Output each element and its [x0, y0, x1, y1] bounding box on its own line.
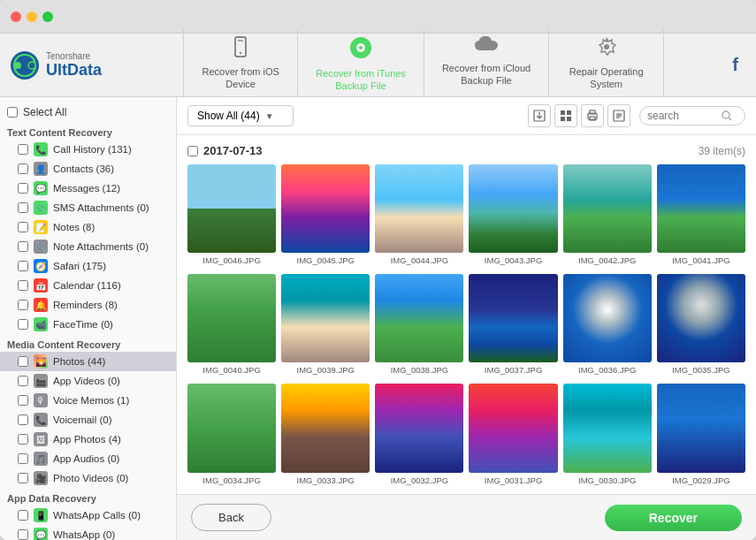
checkbox-app-videos[interactable] [18, 376, 28, 386]
checkbox-notes[interactable] [18, 222, 28, 232]
checkbox-safari[interactable] [18, 261, 28, 271]
photo-label: IMG_0033.JPG [297, 475, 355, 485]
photo-cell[interactable]: IMG_0045.JPG [281, 164, 370, 265]
tab-icloud-label: Recover from iCloudBackup File [442, 62, 531, 87]
checkbox-call-history[interactable] [18, 144, 28, 155]
sidebar-item-reminders[interactable]: 🔔 Reminders (8) [0, 295, 176, 315]
search-input[interactable] [647, 110, 718, 122]
tab-itunes[interactable]: Recover from iTunesBackup File [298, 29, 424, 102]
photo-cell[interactable]: IMG_0042.JPG [563, 164, 652, 265]
tab-ios[interactable]: Recover from iOSDevice [183, 29, 298, 102]
show-all-dropdown[interactable]: Show All (44) ▼ [187, 105, 294, 126]
checkbox-whatsapp[interactable] [18, 529, 28, 540]
photo-cell[interactable]: IMG_0046.JPG [187, 164, 276, 265]
facebook-icon[interactable]: f [732, 55, 747, 75]
checkbox-voicemail[interactable] [18, 415, 28, 425]
sidebar-item-note-attachments[interactable]: 📎 Note Attachments (0) [0, 237, 176, 256]
sidebar-item-app-photos[interactable]: 🖼 App Photos (4) [0, 430, 176, 449]
photo-cell[interactable]: IMG_0037.JPG [469, 274, 557, 375]
checkbox-whatsapp-calls[interactable] [18, 510, 28, 521]
photo-thumb [657, 384, 745, 472]
search-box[interactable] [639, 106, 745, 125]
photo-cell[interactable]: IMG_0036.JPG [563, 274, 652, 375]
photo-cell[interactable]: IMG_0039.JPG [281, 274, 370, 375]
photo-cell[interactable]: IMG_0044.JPG [375, 164, 463, 265]
calendar-label: Calendar (116) [53, 280, 121, 291]
view-import-icon[interactable] [528, 104, 551, 127]
tab-icloud[interactable]: Recover from iCloudBackup File [424, 29, 549, 102]
sidebar-item-photo-videos[interactable]: 🎥 Photo Videos (0) [0, 468, 176, 488]
select-all-label: Select All [23, 106, 66, 118]
app-photos-label: App Photos (4) [53, 434, 121, 445]
view-icons [528, 104, 630, 127]
checkbox-facetime[interactable] [18, 319, 28, 330]
date-header: 2017-07-13 39 item(s) [187, 144, 745, 157]
sidebar-item-messages[interactable]: 💬 Messages (12) [0, 179, 176, 198]
checkbox-app-audios[interactable] [18, 453, 28, 464]
photo-cell[interactable]: IMG_0041.JPG [657, 164, 745, 265]
checkbox-sms-attachments[interactable] [18, 202, 28, 213]
view-export-icon[interactable] [607, 104, 630, 127]
photo-cell[interactable]: IMG_0038.JPG [375, 274, 463, 375]
sidebar-item-whatsapp-calls[interactable]: 📱 WhatsApp Calls (0) [0, 506, 176, 525]
photo-label: IMG_0036.JPG [578, 365, 636, 375]
facetime-icon: 📹 [34, 317, 48, 331]
tab-repair[interactable]: Repair OperatingSystem [549, 29, 664, 102]
checkbox-contacts[interactable] [18, 164, 28, 174]
sidebar-item-facetime[interactable]: 📹 FaceTime (0) [0, 315, 176, 334]
note-attachments-icon: 📎 [34, 240, 48, 254]
recover-button[interactable]: Recover [605, 505, 742, 531]
sidebar-item-voicemail[interactable]: 📞 Voicemail (0) [0, 410, 176, 430]
maximize-button[interactable] [42, 11, 53, 22]
checkbox-voice-memos[interactable] [18, 395, 28, 406]
logo-area: Tenorshare UltData [9, 49, 115, 81]
photo-cell[interactable]: IMG_0029.JPG [657, 384, 745, 484]
checkbox-messages[interactable] [18, 183, 28, 194]
photo-cell[interactable]: IMG_0033.JPG [281, 384, 370, 484]
notes-label: Notes (8) [53, 222, 95, 232]
sidebar-item-whatsapp[interactable]: 💬 WhatsApp (0) [0, 525, 176, 540]
photo-thumb [281, 164, 370, 253]
photo-cell[interactable]: IMG_0040.JPG [187, 274, 276, 375]
sidebar-item-app-audios[interactable]: 🎵 App Audios (0) [0, 449, 176, 468]
sidebar-item-call-history[interactable]: 📞 Call History (131) [0, 140, 176, 159]
date-select-checkbox[interactable] [187, 146, 198, 156]
photo-cell[interactable]: IMG_0043.JPG [469, 164, 557, 265]
select-all-checkbox[interactable] [7, 107, 18, 118]
photo-cell[interactable]: IMG_0034.JPG [187, 384, 276, 484]
contacts-label: Contacts (36) [53, 164, 114, 174]
photo-label: IMG_0042.JPG [578, 255, 636, 265]
photo-label: IMG_0043.JPG [485, 255, 542, 265]
sidebar-item-calendar[interactable]: 📅 Calendar (116) [0, 276, 176, 295]
select-all-row[interactable]: Select All [0, 103, 176, 122]
checkbox-note-attachments[interactable] [18, 241, 28, 252]
nav-tabs: Recover from iOSDevice Recover from iTun… [115, 29, 732, 102]
photo-thumb [469, 274, 557, 362]
photo-videos-icon: 🎥 [34, 471, 48, 485]
view-print-icon[interactable] [581, 104, 604, 127]
sidebar-item-app-videos[interactable]: 🎬 App Videos (0) [0, 371, 176, 391]
tab-itunes-label: Recover from iTunesBackup File [316, 67, 406, 93]
photo-cell[interactable]: IMG_0030.JPG [563, 384, 652, 484]
sidebar-item-contacts[interactable]: 👤 Contacts (36) [0, 159, 176, 179]
photo-videos-label: Photo Videos (0) [53, 473, 128, 483]
sidebar-item-sms-attachments[interactable]: 📎 SMS Attachments (0) [0, 198, 176, 217]
checkbox-app-photos[interactable] [18, 434, 28, 445]
photo-cell[interactable]: IMG_0032.JPG [375, 384, 463, 484]
logo-icon [9, 49, 41, 81]
close-button[interactable] [11, 11, 21, 22]
photo-cell[interactable]: IMG_0031.JPG [469, 384, 557, 484]
checkbox-reminders[interactable] [18, 300, 28, 310]
sidebar-item-notes[interactable]: 📝 Notes (8) [0, 217, 176, 237]
ios-icon [230, 36, 251, 63]
checkbox-photo-videos[interactable] [18, 473, 28, 483]
back-button[interactable]: Back [191, 504, 271, 531]
photo-cell[interactable]: IMG_0035.JPG [657, 274, 745, 375]
minimize-button[interactable] [27, 11, 37, 22]
sidebar-item-voice-memos[interactable]: 🎙 Voice Memos (1) [0, 391, 176, 410]
sidebar-item-photos[interactable]: 🌄 Photos (44) [0, 352, 176, 371]
sidebar-item-safari[interactable]: 🧭 Safari (175) [0, 256, 176, 276]
view-grid-icon[interactable] [554, 104, 577, 127]
checkbox-calendar[interactable] [18, 280, 28, 291]
checkbox-photos[interactable] [18, 356, 28, 367]
